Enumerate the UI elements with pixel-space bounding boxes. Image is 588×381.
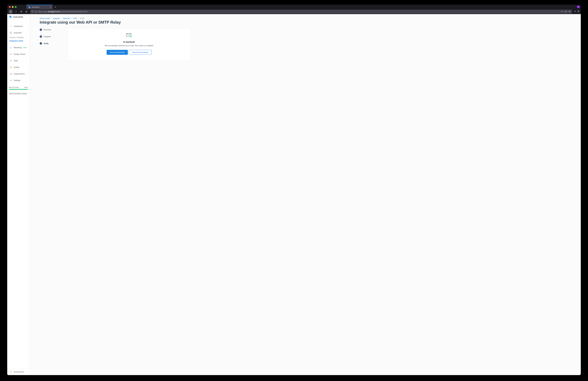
nav-dynamic-templates[interactable]: Dynamic Templates [9, 36, 30, 39]
tab-bar: SendGrid × + [7, 5, 220, 9]
nav-design-library-label: Design Library [14, 53, 27, 55]
success-card: It worked! We successfully received your… [68, 28, 191, 61]
breadcrumb-separator: / [51, 17, 52, 19]
window-minimize-button[interactable] [12, 6, 14, 8]
browser-window: SendGrid × + https: [7, 5, 220, 143]
url-text: https://app.sendgrid.com/guide/integrate… [38, 10, 88, 13]
back-button[interactable] [9, 10, 13, 14]
chevron-down-icon: ⌄ [26, 73, 28, 75]
step-check-icon [40, 29, 42, 31]
svg-rect-12 [10, 67, 12, 68]
url-bar[interactable]: https://app.sendgrid.com/guide/integrate… [30, 10, 220, 14]
window-close-button[interactable] [9, 6, 11, 8]
content-row: Overview Integrate 3 Verify [40, 28, 220, 61]
nav-stats-label: Stats [14, 60, 24, 62]
chevron-down-icon: ⌄ [26, 32, 27, 34]
nav-marketing[interactable]: Marketing NEW ⌄ [7, 44, 30, 51]
step-overview: Overview [40, 29, 58, 31]
envelope-success-icon [126, 33, 132, 38]
org-selector[interactable]: send portal ⌄ [7, 14, 30, 19]
card-buttons: View Email Activity View Documentation [107, 50, 152, 55]
step-verify: 3 Verify [40, 42, 58, 45]
breadcrumb-separator: / [78, 17, 79, 19]
svg-rect-0 [28, 6, 29, 7]
url-path: /guide/integrate/langs/php/verify [60, 10, 87, 13]
step-number-icon: 3 [40, 42, 42, 45]
page-title: Integrate using our Web API or SMTP Rela… [40, 20, 220, 25]
nav-email-api[interactable]: Email API ⌄ [7, 30, 30, 36]
nav-dashboard-label: Dashboard [14, 25, 27, 27]
step-integrate-label: Integrate [44, 36, 51, 38]
svg-rect-4 [35, 11, 36, 12]
suppressions-icon [10, 72, 12, 75]
nav-design-library[interactable]: Design Library [7, 51, 30, 57]
nav-activity-label: Activity [14, 66, 27, 68]
settings-icon [10, 79, 12, 82]
window-maximize-button[interactable] [15, 6, 17, 8]
reputation-bar [9, 89, 28, 90]
email-api-icon [10, 31, 12, 34]
marketing-icon [10, 46, 12, 49]
svg-point-15 [10, 80, 10, 80]
svg-point-11 [11, 60, 12, 60]
nav-section: Dashboard Email API ⌄ Dynamic Templates … [7, 23, 30, 84]
card-description: We successfully received your email. You… [105, 45, 154, 47]
browser-tab[interactable]: SendGrid × [26, 5, 53, 9]
lock-icon[interactable] [35, 11, 37, 13]
org-logo-icon [10, 16, 12, 18]
view-documentation-button[interactable]: View Documentation [129, 50, 152, 55]
window-controls [9, 6, 17, 8]
svg-rect-1 [29, 7, 30, 8]
tracking-shield-icon[interactable] [32, 10, 34, 13]
forward-button[interactable] [14, 10, 18, 14]
view-email-activity-button[interactable]: View Email Activity [107, 50, 128, 55]
home-button[interactable] [24, 10, 29, 14]
activity-icon [10, 66, 12, 69]
nav-stats[interactable]: Stats ⌄ [7, 57, 30, 64]
breadcrumb-integrate[interactable]: Integrate [53, 17, 60, 19]
nav-dashboard[interactable]: Dashboard [7, 23, 30, 30]
browser-toolbar: https://app.sendgrid.com/guide/integrate… [7, 9, 220, 14]
reputation-meter: REPUTATION 100% [9, 87, 28, 90]
svg-point-17 [11, 80, 12, 80]
stepper: Overview Integrate 3 Verify [40, 28, 58, 61]
breadcrumb-setup-guide[interactable]: Setup Guide [40, 17, 50, 19]
nav-settings[interactable]: Settings ⌄ [7, 77, 30, 84]
reputation-label: REPUTATION [9, 87, 19, 88]
url-domain: sendgrid.com [48, 10, 60, 13]
nav-marketing-label: Marketing [14, 47, 22, 49]
step-check-icon [40, 35, 42, 38]
new-tab-button[interactable]: + [55, 6, 56, 8]
step-connector [41, 31, 41, 35]
viewport: send portal ⌄ Dashboard Email API ⌄ [7, 14, 220, 143]
chevron-down-icon: ⌄ [26, 16, 27, 18]
chevron-down-icon: ⌄ [26, 60, 27, 61]
nav-email-api-label: Email API [14, 32, 24, 34]
nav-suppressions-label: Suppressions [14, 73, 25, 75]
reputation-value: 100% [24, 87, 28, 88]
sidebar: send portal ⌄ Dashboard Email API ⌄ [7, 14, 30, 143]
nav-activity[interactable]: Activity [7, 64, 30, 70]
tab-title: SendGrid [32, 6, 48, 8]
breadcrumb-php[interactable]: PHP [73, 17, 77, 19]
view-account-usage-link[interactable]: VIEW ACCOUNT USAGE [9, 93, 28, 94]
breadcrumb-separator: / [61, 17, 62, 19]
svg-point-8 [10, 60, 10, 61]
nav-integration-guide[interactable]: Integration Guide [9, 40, 30, 42]
card-title: It worked! [123, 40, 135, 43]
email-api-subitems: Dynamic Templates Integration Guide [7, 36, 30, 44]
design-library-icon [10, 53, 12, 55]
url-prefix: https://app. [38, 10, 48, 13]
nav-suppressions[interactable]: Suppressions ⌄ [7, 70, 30, 77]
breadcrumb-web-api[interactable]: Web API [63, 17, 70, 19]
chevron-down-icon: ⌄ [28, 47, 30, 48]
new-badge: NEW [23, 47, 27, 48]
main-content: Setup Guide / Integrate / Web API / PHP … [30, 14, 220, 143]
reload-button[interactable] [19, 10, 23, 14]
svg-point-19 [130, 35, 132, 37]
nav-settings-label: Settings [14, 79, 24, 81]
breadcrumb-separator: / [71, 17, 72, 19]
svg-point-16 [11, 80, 11, 81]
tab-close-icon[interactable]: × [50, 6, 51, 8]
org-name: send portal [13, 16, 25, 18]
